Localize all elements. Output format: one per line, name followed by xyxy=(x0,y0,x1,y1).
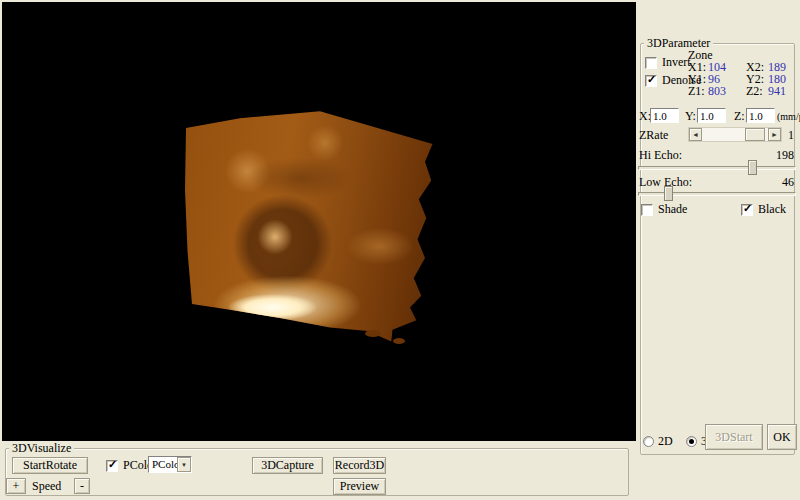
black-checkbox[interactable] xyxy=(741,204,753,216)
scale-y-label: Y: xyxy=(685,110,696,123)
zone-z1-value: 803 xyxy=(708,85,736,98)
volume-fragment xyxy=(365,330,381,337)
speed-plus-button[interactable]: + xyxy=(6,478,26,494)
parameter-panel: 3DParameter Invert Denoise Zone X1: 104 … xyxy=(636,0,800,500)
low-echo-slider-track[interactable] xyxy=(638,192,796,196)
shade-checkbox[interactable] xyxy=(641,204,653,216)
volume-fragment xyxy=(393,338,405,344)
black-label: Black xyxy=(758,203,786,216)
mode-3d-radio[interactable] xyxy=(686,436,697,447)
zrate-right-arrow-icon[interactable]: ► xyxy=(768,128,781,141)
scale-y-input[interactable] xyxy=(697,108,726,123)
app-window: 3DParameter Invert Denoise Zone X1: 104 … xyxy=(0,0,800,500)
preview-button[interactable]: Preview xyxy=(333,478,386,495)
3dstart-button[interactable]: 3DStart xyxy=(705,424,763,450)
zrate-thumb[interactable] xyxy=(745,128,765,141)
hi-echo-slider-track[interactable] xyxy=(638,166,796,170)
denoise-checkbox[interactable] xyxy=(645,75,657,87)
scale-z-label: Z: xyxy=(734,110,745,123)
ultrasound-volume-render xyxy=(185,110,435,345)
low-echo-value: 46 xyxy=(756,176,794,189)
mode-2d-radio[interactable] xyxy=(643,436,654,447)
zrate-label: ZRate xyxy=(639,129,668,142)
pcolor-checkbox[interactable] xyxy=(106,460,118,472)
zrate-value: 1 xyxy=(788,129,794,142)
scale-unit-label: (mm/p) xyxy=(777,110,800,123)
shade-label: Shade xyxy=(658,203,687,216)
ok-button[interactable]: OK xyxy=(767,424,797,450)
zone-z2-label: Z2: xyxy=(746,85,763,98)
capture-button[interactable]: 3DCapture xyxy=(252,457,323,474)
start-rotate-button[interactable]: StartRotate xyxy=(12,457,88,474)
record-button[interactable]: Record3D xyxy=(333,457,386,474)
pcolor-dropdown[interactable]: PColor ▼ xyxy=(148,456,192,473)
invert-checkbox[interactable] xyxy=(645,57,657,69)
scale-x-input[interactable] xyxy=(650,108,679,123)
mode-2d-label: 2D xyxy=(658,435,673,448)
zrate-left-arrow-icon[interactable]: ◄ xyxy=(689,128,702,141)
speed-label: Speed xyxy=(32,480,61,493)
visualize-bar: 3DVisualize StartRotate + Speed - PColor… xyxy=(2,441,636,498)
hi-echo-label: Hi Echo: xyxy=(639,149,682,162)
zrate-scrollbar[interactable]: ◄ ► xyxy=(688,127,782,142)
visualize-group-title: 3DVisualize xyxy=(9,442,74,454)
parameter-groupbox xyxy=(640,43,795,455)
scale-z-input[interactable] xyxy=(746,108,775,123)
hi-echo-slider-thumb[interactable] xyxy=(748,160,757,175)
zone-z2-value: 941 xyxy=(768,85,796,98)
invert-label: Invert xyxy=(662,56,691,69)
low-echo-slider-thumb[interactable] xyxy=(664,186,673,201)
chevron-down-icon[interactable]: ▼ xyxy=(177,457,191,472)
speed-minus-button[interactable]: - xyxy=(74,478,90,494)
render-viewport[interactable] xyxy=(2,2,636,441)
zone-z1-label: Z1: xyxy=(688,85,705,98)
hi-echo-value: 198 xyxy=(756,149,794,162)
